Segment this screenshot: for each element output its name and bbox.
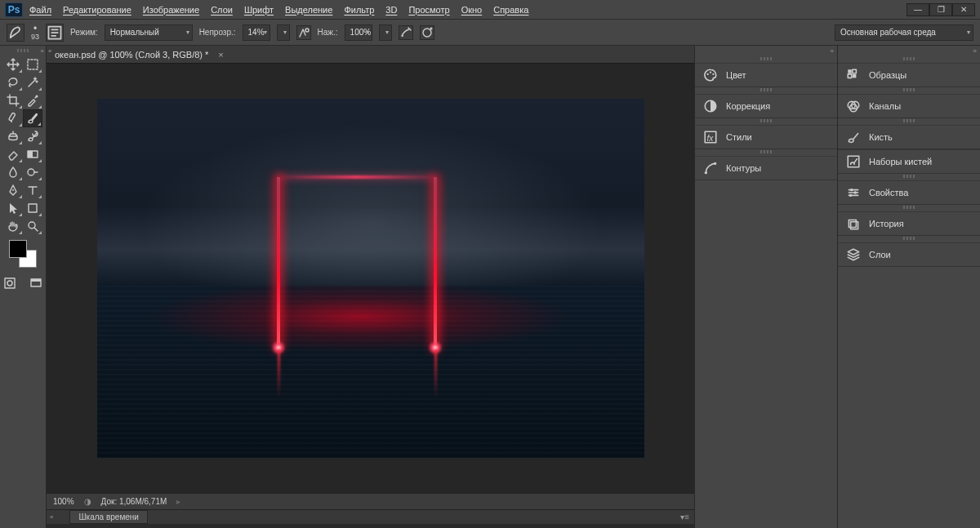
status-flyout-icon[interactable]: ▸ [176, 497, 180, 506]
window-restore-button[interactable]: ❐ [929, 3, 952, 16]
menu-help[interactable]: Справка [493, 5, 528, 15]
opacity-flyout[interactable] [277, 24, 290, 41]
history-brush-tool[interactable] [23, 127, 42, 145]
toolbox-expand-icon[interactable]: » [41, 47, 44, 55]
panel-grip[interactable] [695, 119, 837, 124]
magic-wand-tool[interactable] [23, 73, 42, 91]
panel-collapse-icon[interactable]: » [838, 46, 980, 56]
panel-grip[interactable] [838, 57, 980, 62]
dodge-tool[interactable] [23, 163, 42, 181]
panel-collapse-icon[interactable]: » [695, 46, 837, 56]
canvas[interactable] [97, 99, 644, 458]
foreground-swatch[interactable] [9, 240, 27, 258]
right-panels: » Цвет Коррекция fx Стили Контуры [694, 46, 980, 528]
menu-3d[interactable]: 3D [385, 5, 397, 15]
hand-tool[interactable] [3, 217, 23, 235]
timeline-expand-icon[interactable]: « [50, 513, 53, 521]
document-area: « океан.psd @ 100% (Слой 3, RGB/8) * × 1… [47, 46, 694, 528]
timeline-tab[interactable]: Шкала времени [69, 510, 147, 524]
status-zoom[interactable]: 100% [53, 497, 74, 506]
window-minimize-button[interactable]: — [906, 3, 929, 16]
marquee-tool[interactable] [23, 55, 42, 73]
panel-label: Образцы [869, 70, 906, 80]
quickmask-toggle[interactable] [0, 274, 20, 292]
current-tool-icon[interactable] [7, 24, 24, 42]
menu-window[interactable]: Окно [461, 5, 483, 15]
svg-rect-39 [851, 222, 858, 229]
canvas-viewport[interactable] [47, 64, 694, 493]
svg-rect-7 [9, 113, 16, 122]
crop-tool[interactable] [3, 91, 23, 109]
menu-filter[interactable]: Фильтр [344, 5, 374, 15]
healing-brush-tool[interactable] [3, 109, 23, 127]
panel-grip[interactable] [695, 88, 837, 93]
shape-tool[interactable] [23, 199, 42, 217]
type-tool[interactable] [23, 181, 42, 199]
menu-file[interactable]: Файл [29, 5, 51, 15]
eraser-tool[interactable] [3, 145, 23, 163]
svg-point-4 [430, 27, 432, 29]
panel-grip[interactable] [838, 175, 980, 180]
workspace-switcher-dropdown[interactable]: Основная рабочая среда [835, 24, 973, 41]
flow-flyout[interactable] [379, 24, 392, 41]
panel-grip[interactable] [695, 150, 837, 155]
blur-tool[interactable] [3, 163, 23, 181]
clone-stamp-tool[interactable] [3, 127, 23, 145]
panel-grip[interactable] [838, 237, 980, 242]
blend-mode-dropdown[interactable]: Нормальный [105, 24, 193, 41]
panel-grip[interactable] [838, 88, 980, 93]
svg-point-8 [11, 121, 12, 122]
menu-edit[interactable]: Редактирование [63, 5, 131, 15]
document-tab[interactable]: океан.psd @ 100% (Слой 3, RGB/8) * × [47, 46, 694, 64]
panel-grip[interactable] [838, 206, 980, 211]
brush-size-value: 93 [31, 33, 39, 41]
brush-size-picker[interactable]: • 93 [31, 24, 39, 41]
panel-column-left: » Цвет Коррекция fx Стили Контуры [694, 46, 837, 528]
menu-layer[interactable]: Слои [211, 5, 233, 15]
docarea-expand-icon[interactable]: « [48, 47, 51, 55]
opacity-value-dropdown[interactable]: 14% [243, 24, 270, 41]
menu-view[interactable]: Просмотр [408, 5, 449, 15]
panel-label: История [869, 219, 904, 229]
pressure-size-toggle[interactable] [420, 25, 434, 40]
panel-paths[interactable]: Контуры [695, 156, 837, 180]
brush-panel-toggle-button[interactable] [46, 24, 64, 42]
gradient-tool[interactable] [23, 145, 42, 163]
screenmode-toggle[interactable] [26, 274, 46, 292]
brush-tool[interactable] [23, 109, 42, 127]
pen-tool[interactable] [3, 181, 23, 199]
panel-brush[interactable]: Кисть [838, 125, 980, 149]
toolbox-grip[interactable] [7, 49, 39, 54]
menu-type[interactable]: Шрифт [244, 5, 274, 15]
panel-label: Наборы кистей [869, 157, 932, 166]
airbrush-toggle[interactable] [399, 25, 413, 40]
menu-select[interactable]: Выделение [285, 5, 332, 15]
panel-brush-presets[interactable]: Наборы кистей [838, 149, 980, 174]
color-swatches[interactable] [9, 240, 37, 268]
document-tab-title: океан.psd @ 100% (Слой 3, RGB/8) * [55, 50, 208, 60]
move-tool[interactable] [3, 55, 23, 73]
menu-image[interactable]: Изображение [143, 5, 199, 15]
document-close-icon[interactable]: × [218, 50, 223, 60]
window-close-button[interactable]: ✕ [952, 3, 975, 16]
lasso-tool[interactable] [3, 73, 23, 91]
panel-color[interactable]: Цвет [695, 63, 837, 87]
zoom-tool[interactable] [23, 217, 42, 235]
status-preview-icon[interactable]: ◑ [84, 497, 91, 506]
panel-channels[interactable]: Каналы [838, 94, 980, 118]
panel-layers[interactable]: Слои [838, 242, 980, 267]
path-selection-tool[interactable] [3, 199, 23, 217]
flow-value-dropdown[interactable]: 100% [345, 24, 372, 41]
panel-adjustments[interactable]: Коррекция [695, 94, 837, 118]
timeline-menu-icon[interactable]: ▾≡ [680, 512, 689, 521]
panel-grip[interactable] [838, 119, 980, 124]
styles-icon: fx [703, 131, 718, 144]
pressure-opacity-toggle[interactable] [296, 25, 311, 40]
panel-swatches[interactable]: Образцы [838, 63, 980, 87]
canvas-portal-right [434, 177, 437, 348]
panel-properties[interactable]: Свойства [838, 180, 980, 205]
panel-styles[interactable]: fx Стили [695, 125, 837, 149]
panel-grip[interactable] [695, 57, 837, 62]
panel-history[interactable]: История [838, 211, 980, 236]
eyedropper-tool[interactable] [23, 91, 42, 109]
